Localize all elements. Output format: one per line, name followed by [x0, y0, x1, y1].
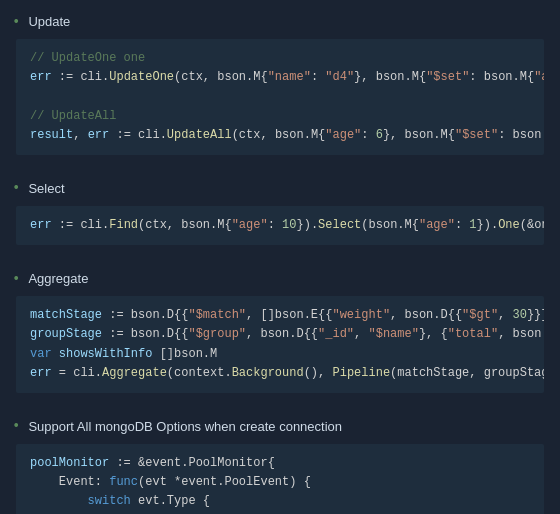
page-container: • Update // UpdateOne one err := cli.Upd…: [0, 0, 560, 514]
bullet-support: •: [12, 419, 20, 433]
code-aggregate-call: err = cli.Aggregate(context.Background()…: [30, 366, 544, 380]
section-header-select: • Select: [0, 177, 560, 202]
section-title-update: Update: [28, 14, 70, 29]
code-block-aggregate: matchStage := bson.D{{"$match", []bson.E…: [16, 296, 544, 393]
bullet-aggregate: •: [12, 272, 20, 286]
bullet-update: •: [12, 15, 20, 29]
section-update: • Update // UpdateOne one err := cli.Upd…: [0, 0, 560, 167]
code-block-support: poolMonitor := &event.PoolMonitor{ Event…: [16, 444, 544, 514]
code-block-update: // UpdateOne one err := cli.UpdateOne(ct…: [16, 39, 544, 155]
section-aggregate: • Aggregate matchStage := bson.D{{"$matc…: [0, 257, 560, 405]
code-updateall: result, err := cli.UpdateAll(ctx, bson.M…: [30, 128, 544, 142]
section-header-aggregate: • Aggregate: [0, 267, 560, 292]
comment-updateall: // UpdateAll: [30, 109, 116, 123]
section-support: • Support All mongoDB Options when creat…: [0, 405, 560, 514]
code-poolmonitor-1: poolMonitor := &event.PoolMonitor{: [30, 456, 275, 470]
comment-updateone: // UpdateOne one: [30, 51, 145, 65]
code-var-shows: var showsWithInfo []bson.M: [30, 347, 217, 361]
code-select: err := cli.Find(ctx, bson.M{"age": 10}).…: [30, 218, 544, 232]
section-header-support: • Support All mongoDB Options when creat…: [0, 415, 560, 440]
section-title-support: Support All mongoDB Options when create …: [28, 419, 342, 434]
code-poolmonitor-3: switch evt.Type {: [30, 494, 210, 508]
section-title-select: Select: [28, 181, 64, 196]
code-poolmonitor-2: Event: func(evt *event.PoolEvent) {: [30, 475, 311, 489]
section-header-update: • Update: [0, 10, 560, 35]
code-block-select: err := cli.Find(ctx, bson.M{"age": 10}).…: [16, 206, 544, 245]
bullet-select: •: [12, 181, 20, 195]
section-title-aggregate: Aggregate: [28, 271, 88, 286]
code-groupstage: groupStage := bson.D{{"$group", bson.D{{…: [30, 327, 544, 341]
code-matchstage: matchStage := bson.D{{"$match", []bson.E…: [30, 308, 544, 322]
code-updateone: err := cli.UpdateOne(ctx, bson.M{"name":…: [30, 70, 544, 84]
section-select: • Select err := cli.Find(ctx, bson.M{"ag…: [0, 167, 560, 257]
